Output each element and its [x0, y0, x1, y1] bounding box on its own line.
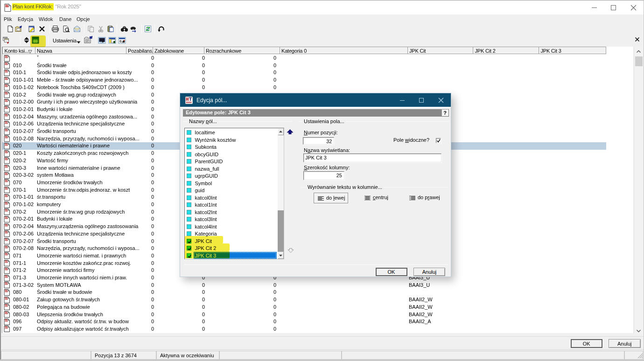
svg-text:0,: 0,: [119, 39, 123, 43]
svg-text:2: 2: [147, 28, 149, 31]
